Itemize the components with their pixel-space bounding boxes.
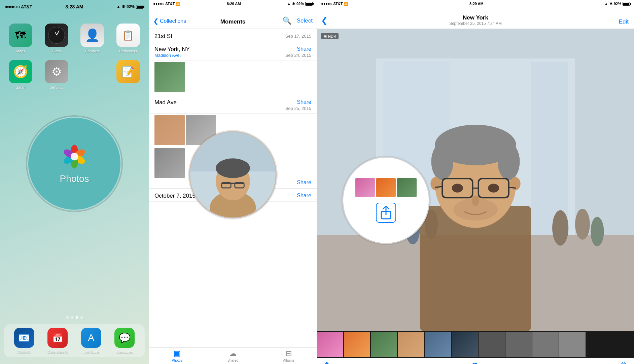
- clock-app-label: Clock: [52, 49, 61, 53]
- clock-face-icon: [48, 27, 65, 44]
- moment-madave-date: Sep 25, 2015: [285, 106, 311, 111]
- moment-madave-share[interactable]: Share: [285, 99, 311, 105]
- moment-21st-loc-text: 21st St: [154, 33, 172, 40]
- strip-thumb-10[interactable]: [559, 332, 586, 357]
- search-button[interactable]: 🔍: [282, 16, 291, 25]
- photo-thumb-face[interactable]: [154, 115, 185, 145]
- collections-back-button[interactable]: ❮ Collections: [153, 17, 186, 25]
- tab-albums[interactable]: ⊟ Albums: [261, 349, 317, 362]
- tab-photos[interactable]: ▣ Photos: [149, 349, 205, 362]
- status-right-p2: ▲ ✱ 92%: [287, 2, 313, 6]
- outlook-app-icon[interactable]: 📧: [14, 328, 34, 348]
- moment-ny-location: New York, NY: [154, 46, 190, 53]
- tab-albums-icon: ⊟: [286, 349, 292, 358]
- tab-shared[interactable]: ☁ Shared: [205, 349, 261, 362]
- settings-app-icon[interactable]: ⚙: [45, 60, 68, 83]
- tab-photos-label: Photos: [172, 359, 182, 362]
- photo-thumbnail-strip[interactable]: [317, 331, 634, 358]
- app-item-clock[interactable]: Clock: [42, 24, 71, 53]
- moments-nav-bar: ❮ Collections Moments 🔍 Select: [149, 7, 317, 29]
- signal-dot-3: [11, 6, 14, 8]
- calendars-app-icon[interactable]: 📅: [47, 328, 68, 348]
- svg-point-40: [488, 184, 499, 192]
- moment-21st-date: Sep 17, 2015: [285, 34, 311, 39]
- edit-button[interactable]: Edit: [619, 18, 629, 25]
- collections-back-label: Collections: [160, 18, 186, 24]
- dock-item-calendars[interactable]: 📅 Calendars 5: [47, 328, 68, 354]
- photo-detail-back-button[interactable]: ❮: [321, 16, 328, 25]
- messages-app-icon[interactable]: 💬: [114, 328, 135, 348]
- dock-item-outlook[interactable]: 📧 Outlook: [14, 328, 34, 354]
- dock-item-appstore[interactable]: A App Store: [81, 328, 101, 354]
- battery-icon-p3: [623, 2, 630, 6]
- moment-ny-share[interactable]: Share: [285, 46, 311, 52]
- reminders-app-icon[interactable]: 📋: [116, 24, 140, 47]
- battery-icon-p1: [136, 5, 143, 9]
- strip-thumb-7[interactable]: [479, 332, 505, 357]
- strip-thumb-current[interactable]: [398, 332, 424, 357]
- dock-item-messages[interactable]: 💬 Messages: [114, 328, 135, 354]
- battery-fill-p3: [623, 3, 629, 5]
- strip-thumb-2[interactable]: [344, 332, 370, 357]
- delete-button[interactable]: 🗑: [620, 361, 627, 364]
- app-item-reminders[interactable]: 📋 Reminders: [114, 24, 143, 53]
- select-button[interactable]: Select: [297, 17, 313, 24]
- moment-header-ny: New York, NY Madison Ave › Share Sep 24,…: [149, 42, 317, 60]
- yellow-app-icon[interactable]: 📝: [116, 60, 140, 83]
- contacts-app-icon[interactable]: 👤: [80, 24, 104, 47]
- share-thumb-3[interactable]: [397, 178, 417, 197]
- app-item-yellow[interactable]: 📝: [114, 60, 143, 89]
- strip-thumb-8[interactable]: [505, 332, 532, 357]
- share-upload-icon: [380, 206, 392, 219]
- heart-button[interactable]: ♥: [472, 360, 477, 364]
- face-svg: [190, 132, 276, 217]
- reminders-app-label: Reminders: [119, 49, 137, 53]
- app-item-contacts[interactable]: 👤 Contacts: [78, 24, 107, 53]
- svg-point-23: [552, 210, 568, 245]
- svg-line-38: [509, 187, 516, 188]
- share-action-button[interactable]: ⬆: [324, 361, 330, 364]
- clock-app-icon[interactable]: [45, 24, 68, 47]
- app-item-safari[interactable]: 🧭 Safari: [6, 60, 35, 89]
- gps-icon: ▲: [116, 4, 120, 9]
- moment-ny-date-share: Share Sep 24, 2015: [285, 46, 311, 58]
- battery-fill-p1: [137, 6, 143, 8]
- photo-thumb-green[interactable]: [154, 62, 185, 92]
- tab-bar-photos: ▣ Photos ☁ Shared ⊟ Albums: [149, 347, 317, 364]
- photos-zoom-circle[interactable]: Photos: [27, 117, 121, 211]
- time-p3: 8:29 AM: [469, 2, 484, 6]
- battery-p3: 92%: [614, 2, 621, 6]
- moment-oct7-share[interactable]: Share: [297, 193, 311, 199]
- svg-point-24: [575, 209, 590, 240]
- safari-icon-symbol: 🧭: [13, 65, 28, 79]
- page-dot-4: [80, 316, 83, 319]
- strip-thumb-9[interactable]: [532, 332, 559, 357]
- hdr-icon: ▣: [323, 34, 327, 38]
- carrier-label: AT&T: [21, 4, 32, 9]
- svg-point-30: [431, 143, 453, 180]
- strip-thumb-1[interactable]: [317, 332, 343, 357]
- battery-fill-p2: [306, 3, 312, 5]
- share-thumb-1[interactable]: [355, 178, 375, 197]
- share-link-2[interactable]: Share: [297, 179, 311, 185]
- app-item-maps[interactable]: 🗺 Maps: [6, 24, 35, 53]
- maps-app-icon[interactable]: 🗺: [9, 24, 32, 47]
- status-right-p3: ▲ ✱ 92%: [604, 2, 630, 6]
- battery-icon-p2: [305, 2, 313, 6]
- moments-title: Moments: [220, 18, 246, 25]
- battery-percent-p1: 92%: [127, 4, 135, 9]
- strip-thumb-5[interactable]: [425, 332, 451, 357]
- safari-app-icon[interactable]: 🧭: [9, 60, 32, 83]
- tab-photos-icon: ▣: [174, 349, 181, 358]
- share-upload-button[interactable]: [376, 203, 396, 223]
- strip-thumb-3[interactable]: [371, 332, 397, 357]
- appstore-app-icon[interactable]: A: [81, 328, 101, 348]
- status-left-p3: ●●●●○ AT&T 📶: [321, 2, 348, 6]
- photo-thumb-watch[interactable]: [154, 148, 185, 178]
- app-item-settings[interactable]: ⚙ Settings: [42, 60, 71, 89]
- share-thumb-2[interactable]: [376, 178, 396, 197]
- moment-ny-sublocation[interactable]: Madison Ave ›: [154, 53, 190, 58]
- strip-thumb-6[interactable]: [452, 332, 478, 357]
- outlook-icon-symbol: 📧: [18, 332, 30, 343]
- nav-actions: 🔍 Select: [282, 16, 313, 25]
